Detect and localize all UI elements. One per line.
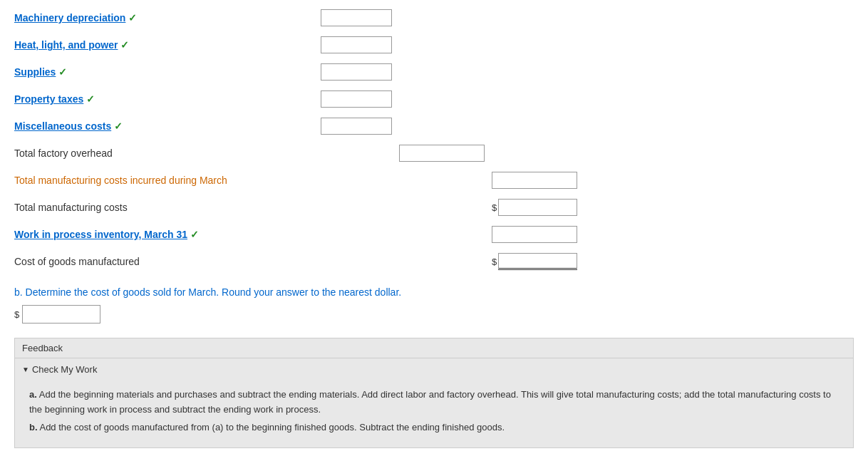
feedback-box: Feedback ▼ Check My Work a. Add the begi…: [14, 338, 854, 448]
row-total-mfg-costs: Total manufacturing costs $: [14, 197, 854, 218]
check-my-work-label: Check My Work: [32, 364, 98, 375]
feedback-label: Feedback: [22, 343, 63, 353]
heat-light-power-input[interactable]: [321, 36, 392, 53]
feedback-a-body: Add the beginning materials and purchase…: [29, 389, 831, 415]
total-mfg-march-input[interactable]: [492, 172, 577, 189]
row-heat-light-power: Heat, light, and power✓: [14, 34, 854, 56]
triangle-icon: ▼: [22, 366, 29, 373]
section-b-dollar: $: [14, 309, 19, 320]
cost-of-goods-label: Cost of goods manufactured: [14, 256, 140, 267]
feedback-header: Feedback: [15, 338, 853, 358]
row-supplies: Supplies✓: [14, 61, 854, 83]
row-miscellaneous-costs: Miscellaneous costs✓: [14, 115, 854, 137]
factory-overhead-section: Machinery depreciation✓ Heat, light, and…: [14, 7, 854, 272]
feedback-b-prefix: b.: [29, 422, 38, 433]
feedback-a-prefix: a.: [29, 389, 37, 400]
work-in-process-check: ✓: [190, 229, 199, 240]
cost-of-goods-dollar: $: [492, 257, 497, 267]
section-b-label: b. Determine the cost of goods sold for …: [14, 286, 854, 298]
machinery-depreciation-input[interactable]: [321, 9, 392, 26]
total-mfg-costs-dollar: $: [492, 202, 497, 213]
feedback-point-a: a. Add the beginning materials and purch…: [29, 388, 839, 418]
supplies-input[interactable]: [321, 63, 392, 81]
total-factory-overhead-label: Total factory overhead: [14, 147, 113, 159]
total-mfg-costs-input[interactable]: [498, 199, 577, 216]
row-cost-of-goods: Cost of goods manufactured $: [14, 251, 854, 272]
section-b: b. Determine the cost of goods sold for …: [14, 286, 854, 324]
row-total-mfg-march: Total manufacturing costs incurred durin…: [14, 170, 854, 191]
supplies-check: ✓: [58, 66, 67, 78]
property-taxes-check: ✓: [86, 93, 95, 105]
row-property-taxes: Property taxes✓: [14, 88, 854, 110]
feedback-b-body: Add the cost of goods manufactured from …: [39, 422, 505, 433]
section-b-input-row: $: [14, 305, 854, 324]
heat-light-power-check: ✓: [120, 39, 129, 51]
row-work-in-process: Work in process inventory, March 31✓: [14, 224, 854, 245]
machinery-depreciation-check: ✓: [128, 12, 137, 24]
work-in-process-input[interactable]: [492, 226, 577, 243]
machinery-depreciation-label[interactable]: Machinery depreciation: [14, 12, 125, 24]
miscellaneous-costs-input[interactable]: [321, 118, 392, 135]
total-mfg-march-label: Total manufacturing costs incurred durin…: [14, 175, 227, 186]
main-container: Machinery depreciation✓ Heat, light, and…: [0, 0, 868, 455]
miscellaneous-costs-label[interactable]: Miscellaneous costs: [14, 120, 111, 132]
row-machinery-depreciation: Machinery depreciation✓: [14, 7, 854, 29]
heat-light-power-label[interactable]: Heat, light, and power: [14, 39, 118, 51]
miscellaneous-costs-check: ✓: [114, 120, 123, 132]
supplies-label[interactable]: Supplies: [14, 66, 56, 78]
cost-of-goods-sold-input[interactable]: [22, 305, 100, 324]
feedback-point-b: b. Add the cost of goods manufactured fr…: [29, 420, 839, 435]
property-taxes-label[interactable]: Property taxes: [14, 93, 83, 105]
check-my-work-toggle[interactable]: ▼ Check My Work: [22, 364, 846, 375]
total-factory-overhead-input[interactable]: [399, 145, 485, 162]
feedback-content: a. Add the beginning materials and purch…: [15, 381, 853, 447]
cost-of-goods-input[interactable]: [498, 253, 577, 270]
work-in-process-label[interactable]: Work in process inventory, March 31: [14, 229, 187, 240]
total-mfg-costs-label: Total manufacturing costs: [14, 202, 128, 213]
check-my-work-section: ▼ Check My Work: [15, 358, 853, 381]
row-total-factory-overhead: Total factory overhead: [14, 143, 854, 164]
property-taxes-input[interactable]: [321, 90, 392, 108]
